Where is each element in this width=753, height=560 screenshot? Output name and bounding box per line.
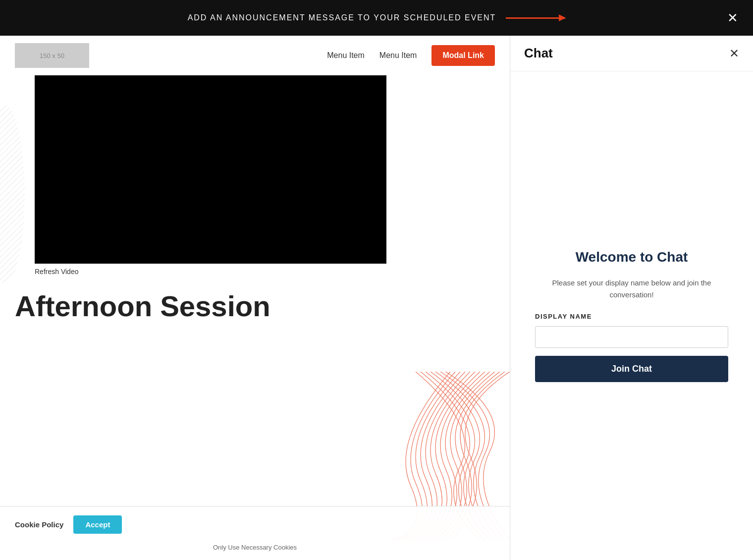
announcement-message: ADD AN ANNOUNCEMENT MESSAGE TO YOUR SCHE…: [188, 13, 496, 22]
cookie-necessary-text: Only Use Necessary Cookies: [15, 544, 495, 551]
cookie-accept-button[interactable]: Accept: [73, 515, 122, 534]
session-title: Afternoon Session: [0, 276, 510, 322]
refresh-video-link[interactable]: Refresh Video: [35, 268, 495, 276]
nav-menu-item-2[interactable]: Menu Item: [379, 51, 417, 60]
video-section: Refresh Video: [0, 75, 510, 276]
chat-body: Welcome to Chat Please set your display …: [510, 71, 753, 560]
announcement-text: ADD AN ANNOUNCEMENT MESSAGE TO YOUR SCHE…: [188, 13, 566, 22]
nav-menu-item-1[interactable]: Menu Item: [327, 51, 365, 60]
banner-close-button[interactable]: ✕: [727, 11, 738, 24]
chat-form: DISPLAY NAME Join Chat: [535, 313, 728, 382]
chat-close-button[interactable]: ✕: [729, 48, 739, 59]
chat-panel: Chat ✕ Welcome to Chat Please set your d…: [510, 36, 753, 560]
cookie-policy-label: Cookie Policy: [15, 520, 63, 529]
navbar: 150 x 50 Menu Item Menu Item Modal Link: [0, 36, 510, 75]
video-player: [35, 75, 386, 264]
display-name-label: DISPLAY NAME: [535, 313, 592, 320]
cookie-bar: Cookie Policy Accept Only Use Necessary …: [0, 506, 510, 560]
join-chat-button[interactable]: Join Chat: [535, 356, 728, 382]
chat-header: Chat ✕: [510, 36, 753, 71]
announcement-banner: ADD AN ANNOUNCEMENT MESSAGE TO YOUR SCHE…: [0, 0, 753, 36]
display-name-input[interactable]: [535, 326, 728, 348]
chat-welcome-title: Welcome to Chat: [576, 249, 688, 265]
chat-panel-title: Chat: [524, 46, 553, 61]
nav-modal-link-button[interactable]: Modal Link: [431, 45, 495, 66]
main-layout: 150 x 50 Menu Item Menu Item Modal Link …: [0, 36, 753, 560]
arrow-indicator: [506, 17, 565, 19]
logo-placeholder: 150 x 50: [15, 43, 89, 68]
content-area: 150 x 50 Menu Item Menu Item Modal Link …: [0, 36, 510, 560]
chat-welcome-subtitle: Please set your display name below and j…: [535, 277, 728, 301]
